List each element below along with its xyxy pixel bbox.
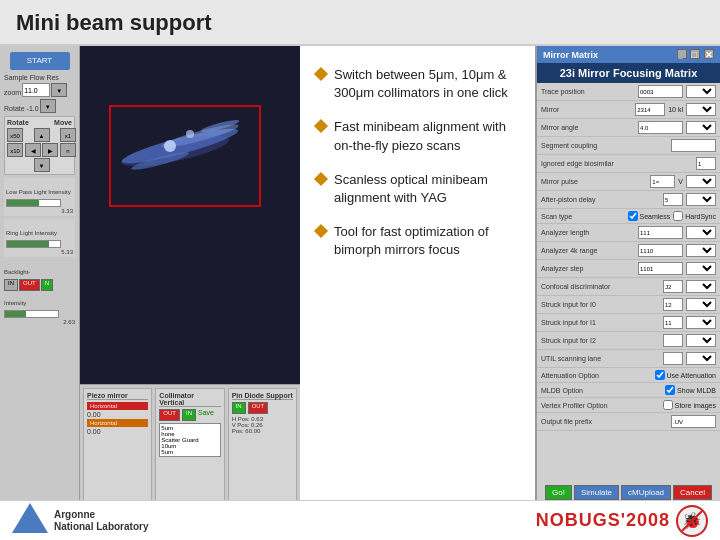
angle-select[interactable] — [686, 121, 716, 134]
bottom-controls: Piezo mirror Horizontal 0.00 Horizontal … — [80, 384, 300, 504]
cmupload-button[interactable]: cMUpload — [621, 485, 671, 500]
collimator-section: Collimator Vertical OUT IN Save 5um hone… — [155, 388, 224, 501]
trace-input[interactable] — [638, 85, 683, 98]
confocal-input[interactable] — [663, 280, 683, 293]
angle-label: Mirror angle — [541, 124, 635, 131]
scan-hardsync-check[interactable] — [673, 211, 683, 221]
page-header: Mini beam support — [0, 0, 720, 46]
angle-input[interactable] — [638, 121, 683, 134]
an4k-select[interactable] — [686, 244, 716, 257]
show-mldb-text: Show MLDB — [677, 387, 716, 394]
start-button[interactable]: START — [10, 52, 70, 70]
backlight-out-btn[interactable]: OUT — [19, 279, 40, 291]
pulse-label: Mirror pulse — [541, 178, 647, 185]
n-btn[interactable]: n — [60, 143, 76, 157]
pulse-input[interactable] — [650, 175, 675, 188]
down-arrow[interactable]: ▼ — [34, 158, 50, 172]
pin-in-btn[interactable]: IN — [232, 402, 246, 414]
mirror-select[interactable] — [686, 103, 716, 116]
mirror-label: Mirror — [541, 106, 632, 113]
struck-i1-select[interactable] — [686, 316, 716, 329]
svg-point-7 — [186, 130, 194, 138]
anlength-input[interactable] — [638, 226, 683, 239]
an4k-input[interactable] — [638, 244, 683, 257]
struck-i0-input[interactable] — [663, 298, 683, 311]
util-label: UTIL scanning lane — [541, 355, 660, 362]
mirror-row-struck-i0: Struck input for I0 — [537, 296, 720, 314]
anstep-input[interactable] — [638, 262, 683, 275]
collimator-list[interactable]: 5um hone Scatter Guard 10um 5um — [159, 423, 220, 457]
bullet-3-text: Scanless optical minibeam alignment with… — [334, 171, 519, 207]
ring-light-bar[interactable] — [6, 240, 61, 248]
mirror-row-angle: Mirror angle — [537, 119, 720, 137]
mirror-row-pulse: Mirror pulse V — [537, 173, 720, 191]
x50-btn[interactable]: x50 — [7, 128, 23, 142]
minimize-btn[interactable]: _ — [677, 49, 687, 59]
maximize-btn[interactable]: □ — [690, 49, 700, 59]
right-arrow[interactable]: ▶ — [42, 143, 58, 157]
confocal-select[interactable] — [686, 280, 716, 293]
delay-input[interactable] — [663, 193, 683, 206]
zoom-dropdown[interactable]: ▼ — [51, 83, 67, 97]
cancel-button[interactable]: Cancel — [673, 485, 712, 500]
delay-select[interactable] — [686, 193, 716, 206]
rotate-down[interactable]: ▼ — [40, 99, 56, 113]
anlength-select[interactable] — [686, 226, 716, 239]
piezo-mirror-section: Piezo mirror Horizontal 0.00 Horizontal … — [83, 388, 152, 501]
util-select[interactable] — [686, 352, 716, 365]
util-input[interactable] — [663, 352, 683, 365]
backlight-in-btn[interactable]: IN — [4, 279, 18, 291]
seamless-text: Seamless — [640, 213, 671, 220]
backlight-n-btn[interactable]: N — [41, 279, 53, 291]
zoom-input[interactable] — [22, 83, 50, 97]
collimator-out-btn[interactable]: OUT — [159, 409, 180, 421]
mirror-row-mldb: MLDB Option Show MLDB — [537, 383, 720, 398]
mirror-title: Mirror Matrix — [543, 50, 598, 60]
mirror-input[interactable] — [635, 103, 665, 116]
piezo-mirror-title: Piezo mirror — [87, 392, 148, 400]
up-arrow[interactable]: ▲ — [34, 128, 50, 142]
pin-out-btn[interactable]: OUT — [248, 402, 269, 414]
hardsync-text: HardSync — [685, 213, 716, 220]
argonne-line2: National Laboratory — [54, 521, 148, 533]
bullet-2-icon — [314, 119, 328, 133]
struck-i0-select[interactable] — [686, 298, 716, 311]
segment-input[interactable] — [671, 139, 716, 152]
collimator-in-btn[interactable]: IN — [182, 409, 196, 421]
struck-i1-input[interactable] — [663, 316, 683, 329]
scan-seamless-check[interactable] — [628, 211, 638, 221]
backlight-controls: Backlight- IN OUT N Intensity 2.63 — [4, 260, 75, 325]
x10-btn[interactable]: x10 — [7, 143, 23, 157]
use-attenuation-text: Use Attenuation — [667, 372, 716, 379]
output-input[interactable] — [671, 415, 716, 428]
edge-input[interactable] — [696, 157, 716, 170]
left-arrow[interactable]: ◀ — [25, 143, 41, 157]
simulate-button[interactable]: Simulate — [574, 485, 619, 500]
low-pass-bar[interactable] — [6, 199, 61, 207]
close-btn[interactable]: ✕ — [704, 49, 714, 59]
mirror-row-an4k: Analyzer 4k range — [537, 242, 720, 260]
mirror-row-trace: Trace position — [537, 83, 720, 101]
scan-hardsync-label: HardSync — [673, 211, 716, 221]
mirror-row-output: Output file prefix — [537, 413, 720, 431]
attenuation-check[interactable] — [655, 370, 665, 380]
argonne-logo-graphic — [12, 503, 48, 539]
struck-i2-input[interactable] — [663, 334, 683, 347]
vertex-check[interactable] — [663, 400, 673, 410]
attenuation-label: Attenuation Option — [541, 372, 652, 379]
confocal-label: Confocal discriminator — [541, 283, 660, 290]
attenuation-check-label: Use Attenuation — [655, 370, 716, 380]
bullet-2-text: Fast minibeam alignment with on-the-fly … — [334, 118, 519, 154]
trace-label: Trace position — [541, 88, 635, 95]
struck-i2-select[interactable] — [686, 334, 716, 347]
trace-select[interactable] — [686, 85, 716, 98]
intensity-bar[interactable] — [4, 310, 59, 318]
mldb-check[interactable] — [665, 385, 675, 395]
go-button[interactable]: Go! — [545, 485, 572, 500]
pulse-select[interactable] — [686, 175, 716, 188]
mirror-subtitle: 23i Mirror Focusing Matrix — [537, 63, 720, 83]
piezo-item-2: Horizontal — [87, 419, 148, 427]
mldb-check-label: Show MLDB — [665, 385, 716, 395]
anstep-select[interactable] — [686, 262, 716, 275]
x1-btn[interactable]: x1 — [60, 128, 76, 142]
